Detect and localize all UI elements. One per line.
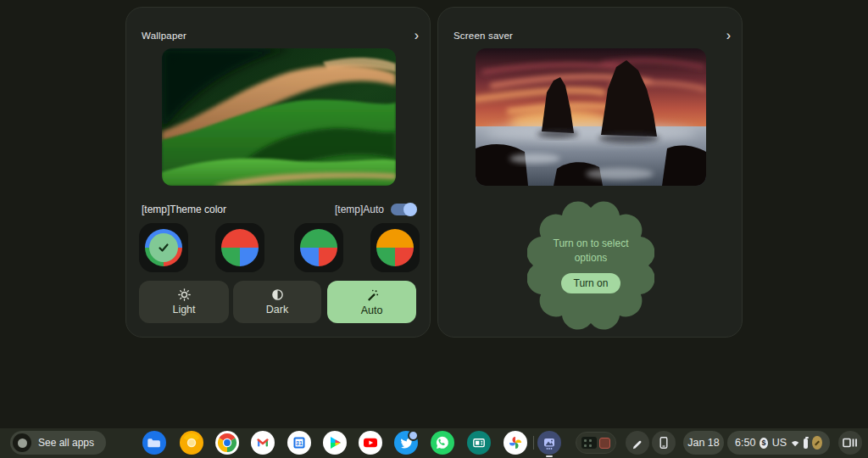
calendar-icon[interactable]: 31 <box>287 431 311 455</box>
tv-app-icon[interactable] <box>467 431 491 455</box>
overview-button[interactable] <box>838 431 862 455</box>
stylus-tools-button[interactable] <box>626 431 649 455</box>
turn-on-button[interactable]: Turn on <box>561 273 621 293</box>
screensaver-card-title: Screen saver <box>453 31 513 41</box>
screensaver-preview-image[interactable] <box>476 48 706 186</box>
phone-hub-button[interactable] <box>652 431 676 455</box>
file-thumbnail <box>599 438 610 449</box>
twitter-icon[interactable] <box>394 431 418 455</box>
ime-indicator: US <box>772 437 787 449</box>
toggle-thumb <box>403 203 417 216</box>
battery-icon <box>804 438 808 449</box>
show-windows-icon <box>843 438 858 448</box>
chevron-right-icon[interactable]: › <box>726 29 731 42</box>
files-app-icon[interactable] <box>142 431 166 455</box>
wallpaper-preview-image[interactable] <box>162 48 396 186</box>
notification-app-icon <box>812 436 822 450</box>
play-store-icon[interactable] <box>323 431 347 455</box>
light-mode-button[interactable]: Light <box>139 281 229 323</box>
chrome-icon[interactable] <box>215 431 239 455</box>
seascape-art <box>476 48 706 186</box>
selected-check-icon <box>149 233 178 262</box>
wallpaper-art <box>162 48 396 186</box>
status-tray[interactable]: 6:50 $ US <box>727 431 830 455</box>
holding-space-tote[interactable] <box>576 432 616 454</box>
clock-label: 6:50 <box>735 437 755 449</box>
photos-icon[interactable] <box>504 431 527 455</box>
shelf-separator <box>533 436 534 450</box>
color-scheme-circle <box>300 229 337 266</box>
auto-theme-toggle[interactable] <box>391 204 416 215</box>
date-label: Jan 18 <box>687 437 720 449</box>
color-scheme-swatch-2[interactable] <box>215 223 264 272</box>
date-button[interactable]: Jan 18 <box>683 431 724 455</box>
gmail-icon[interactable] <box>251 431 275 455</box>
chevron-right-icon[interactable]: › <box>415 29 419 42</box>
screensaver-card: Screen saver › <box>437 7 743 338</box>
auto-theme-label: [temp]Auto <box>335 204 384 215</box>
wallpaper-app-icon[interactable] <box>537 431 561 455</box>
color-scheme-swatch-4[interactable] <box>370 223 420 272</box>
launcher-icon <box>13 433 31 452</box>
desktop: Wallpaper › <box>0 0 868 458</box>
auto-mode-button[interactable]: Auto <box>327 281 416 323</box>
whatsapp-icon[interactable] <box>431 431 454 455</box>
wallpaper-card-title: Wallpaper <box>142 31 186 41</box>
wallpaper-card: Wallpaper › <box>125 7 431 338</box>
stylus-icon <box>631 436 644 450</box>
half-moon-icon <box>271 288 284 301</box>
screensaver-off-blob: Turn on to select options Turn on <box>527 201 654 330</box>
see-all-apps-button[interactable]: See all apps <box>10 431 106 455</box>
screensaver-blob-message: Turn on to select options <box>543 237 638 265</box>
screenshot-thumbnail <box>581 437 597 449</box>
color-scheme-circle <box>376 229 414 266</box>
theme-color-row: [temp]Theme color [temp]Auto <box>142 202 416 217</box>
phone-icon <box>657 436 670 450</box>
light-mode-label: Light <box>172 304 195 316</box>
theme-color-label: [temp]Theme color <box>142 204 226 215</box>
notification-dot <box>408 430 419 441</box>
auto-mode-label: Auto <box>361 304 383 316</box>
sun-icon <box>178 288 191 301</box>
color-scheme-swatch-3[interactable] <box>294 223 343 272</box>
color-scheme-circle <box>221 229 259 266</box>
dark-mode-button[interactable]: Dark <box>233 281 321 323</box>
see-all-apps-label: See all apps <box>38 437 94 449</box>
color-scheme-swatch-1[interactable] <box>139 223 188 272</box>
active-app-indicator <box>546 455 553 457</box>
wifi-icon <box>791 438 799 448</box>
magic-wand-icon <box>365 288 379 302</box>
shelf: See all apps <box>0 428 868 458</box>
svg-text:31: 31 <box>296 440 303 446</box>
youtube-icon[interactable] <box>359 431 382 455</box>
currency-badge-icon: $ <box>760 438 767 449</box>
dark-mode-label: Dark <box>266 304 288 316</box>
chrome-canary-icon[interactable] <box>180 431 203 455</box>
